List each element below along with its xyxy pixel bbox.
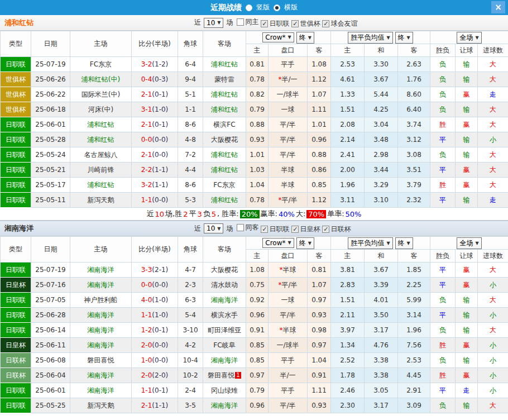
checkbox-checked-icon[interactable]: ✓	[291, 226, 299, 233]
result-handicap: 赢	[456, 117, 478, 132]
match-date: 25-05-28	[31, 132, 70, 147]
filter-checkbox[interactable]: 同主	[237, 17, 258, 27]
checkbox-checked-icon[interactable]: ✓	[261, 20, 268, 27]
layout-radio-horizontal[interactable]	[274, 4, 280, 11]
filter-checkbox[interactable]: ✓日职联	[261, 225, 289, 234]
avg-stage-select[interactable]: 终▼	[395, 237, 413, 249]
away-team: 町田泽维亚	[203, 323, 246, 338]
scope-select[interactable]: 全场▼	[457, 32, 481, 44]
odds-source-select[interactable]: Crow*▼	[262, 238, 294, 248]
away-team: 湘南海洋	[203, 293, 246, 308]
result-wdl: 平	[430, 163, 456, 178]
match-count-select[interactable]: 10▼	[204, 223, 223, 233]
match-row: 日职联25-06-01浦和红钻2-1(0-1)8-6横滨FC0.88平/半1.0…	[1, 117, 508, 132]
col-corner: 角球	[178, 31, 203, 57]
odds-stage-select[interactable]: 终▼	[296, 32, 314, 44]
odds-stage-select[interactable]: 终▼	[296, 237, 314, 249]
match-date: 25-07-19	[31, 262, 70, 278]
result-handicap: 赢	[456, 368, 478, 383]
result-goals: 大	[478, 293, 508, 308]
result-handicap: 输	[456, 193, 478, 208]
checkbox-checked-icon[interactable]: ✓	[322, 20, 329, 27]
filter-checkbox[interactable]: ✓日皇杯	[291, 225, 320, 234]
home-team: 浦和红钻	[70, 117, 132, 132]
checkbox-icon[interactable]	[237, 18, 244, 26]
team1-record-table: 类型 日期 主场 比分(半场) 角球 客场 Crow*▼终▼ 胜平负均值▼终▼ …	[0, 31, 508, 208]
away-team: 浦和红钻	[203, 87, 246, 102]
avg-type-select[interactable]: 胜平负均值▼	[348, 32, 392, 44]
filter-checkbox[interactable]: ✓球会友谊	[322, 19, 357, 28]
match-row: 日职联25-06-01湘南海洋1-1(0-1)2-4冈山绿雉0.79平手1.11…	[1, 383, 508, 398]
result-handicap: 走	[456, 383, 478, 398]
avg-type-select[interactable]: 胜平负均值▼	[348, 237, 392, 249]
checkbox-checked-icon[interactable]: ✓	[322, 226, 329, 233]
summary-segment: 场,胜	[165, 209, 182, 219]
odds-home: 1.04	[246, 178, 269, 193]
result-wdl: 负	[430, 398, 456, 413]
checkbox-checked-icon[interactable]: ✓	[291, 20, 299, 27]
filter-checkbox[interactable]: ✓日联杯	[322, 225, 351, 234]
layout-radio-vertical[interactable]	[246, 4, 252, 11]
scope-select-group: 全场▼	[430, 31, 508, 44]
away-team: 浦和红钻	[203, 163, 246, 178]
close-icon[interactable]: ×	[491, 1, 505, 13]
avg-draw: 3.38	[365, 353, 398, 368]
avg-away: 3.14	[398, 308, 430, 323]
result-wdl: 平	[430, 383, 456, 398]
chevron-down-icon: ▼	[386, 35, 390, 40]
odds-home: 0.82	[246, 87, 269, 102]
result-handicap: 赢	[456, 178, 478, 193]
avg-stage-select[interactable]: 终▼	[395, 32, 413, 44]
avg-away: 2.63	[398, 57, 430, 72]
away-team: 横滨水手	[203, 308, 246, 323]
layout-radio-horizontal-label[interactable]: 横版	[284, 3, 298, 12]
corner-score: 6-4	[178, 57, 203, 72]
summary-segment: 50%	[346, 210, 362, 218]
odds-away: 0.88	[308, 147, 331, 163]
corner-score: 4-2	[178, 338, 203, 353]
corner-score: 10-4	[178, 353, 203, 368]
chevron-down-icon: ▼	[475, 35, 478, 40]
subcol-avg-home: 主	[331, 44, 365, 57]
result-wdl: 负	[430, 147, 456, 163]
home-team: 国际米兰(中)	[70, 87, 132, 102]
match-row: 日联杯25-06-08磐田喜悦1-0(0-0)10-4湘南海洋0.85平手1.0…	[1, 353, 508, 368]
match-date: 25-06-11	[31, 338, 70, 353]
score: 3-2(1-1)	[132, 178, 178, 193]
handicap-line: 平/半	[269, 308, 308, 323]
filter-checkbox[interactable]: ✓日职联	[261, 19, 289, 28]
match-date: 25-06-01	[31, 117, 70, 132]
checkbox-icon[interactable]	[237, 224, 244, 231]
corner-score: 9-4	[178, 72, 203, 87]
team1-name: 浦和红钻	[4, 18, 133, 28]
avg-away: 3.08	[398, 147, 430, 163]
match-count-select[interactable]: 10▼	[204, 18, 223, 28]
handicap-line: 平手	[269, 353, 308, 368]
games-label: 场	[226, 18, 233, 27]
subcol-avg-home: 主	[331, 250, 365, 262]
away-team: 横滨FC	[203, 117, 246, 132]
summary-segment: 70%	[306, 210, 326, 218]
filter-label: 世俱杯	[300, 19, 320, 28]
layout-radio-vertical-label[interactable]: 竖版	[256, 3, 270, 12]
corner-score: 10-2	[178, 368, 203, 383]
star-mark: *	[280, 326, 283, 334]
checkbox-checked-icon[interactable]: ✓	[261, 226, 268, 233]
match-row: 世俱杯25-06-26浦和红钻(中)0-4(0-3)9-4蒙特雷0.78*半/一…	[1, 72, 508, 87]
subcol-odds-away: 客	[308, 250, 331, 262]
score: 1-1(0-0)	[132, 193, 178, 208]
match-type: 日职联	[1, 323, 31, 338]
avg-home: 2.46	[331, 383, 365, 398]
odds-source-select[interactable]: Crow*▼	[262, 32, 294, 42]
match-row: 日皇杯25-07-16湘南海洋0-0(0-0)2-3清水鼓动0.75*平/半1.…	[1, 278, 508, 293]
result-handicap: 输	[456, 72, 478, 87]
match-row: 日职联25-07-05神户胜利船4-0(1-0)6-3湘南海洋0.92一球0.9…	[1, 293, 508, 308]
odds-home: 0.81	[246, 57, 269, 72]
filter-checkbox[interactable]: ✓世俱杯	[291, 19, 320, 28]
match-row: 日职联25-05-24名古屋鲸八2-1(0-0)7-2浦和红钻1.01平/半0.…	[1, 147, 508, 163]
scope-select[interactable]: 全场▼	[457, 237, 481, 249]
filter-checkbox[interactable]: 同客	[237, 223, 258, 232]
avg-draw: 3.17	[365, 398, 398, 413]
summary-segment: 20%	[240, 210, 260, 218]
match-date: 25-06-04	[31, 368, 70, 383]
